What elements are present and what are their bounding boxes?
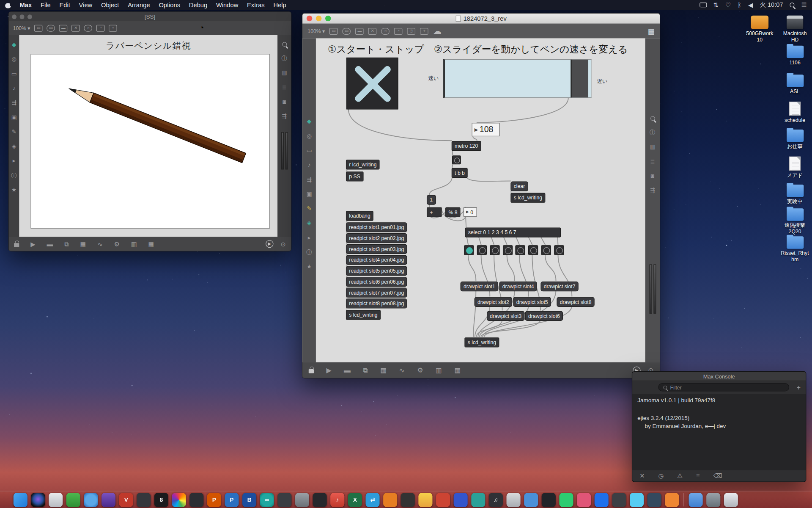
- desktop-icon-schedule[interactable]: schedule: [780, 102, 810, 123]
- dock-app-dark-6[interactable]: [542, 493, 556, 507]
- display-status-icon[interactable]: [700, 3, 707, 7]
- menu-app[interactable]: Max: [20, 1, 32, 8]
- comment-icon[interactable]: ▬: [344, 367, 351, 373]
- menu-options[interactable]: Options: [159, 1, 180, 8]
- dock-app-v-red[interactable]: V: [119, 493, 133, 507]
- metro-object[interactable]: metro 120: [452, 141, 481, 151]
- readpict-slot4[interactable]: readpict slot4 pen04.jpg: [346, 255, 407, 265]
- columns2-icon[interactable]: ▥: [436, 367, 442, 373]
- dock-app-green[interactable]: [66, 493, 80, 507]
- new-comment-icon[interactable]: ▬: [355, 28, 364, 35]
- list-icon[interactable]: ≣: [650, 159, 655, 164]
- lock-icon[interactable]: [14, 243, 19, 247]
- new-more-icon[interactable]: +: [420, 28, 429, 35]
- dock-app-gray[interactable]: [295, 493, 309, 507]
- warning-icon[interactable]: ⚠: [677, 473, 683, 479]
- dock-app-silver[interactable]: [507, 493, 521, 507]
- menu-debug[interactable]: Debug: [189, 1, 207, 8]
- gem-icon[interactable]: ◈: [12, 144, 16, 149]
- comment-icon[interactable]: ▬: [47, 241, 53, 247]
- send-lcd-object-c[interactable]: s lcd_writing: [464, 337, 499, 347]
- desktop-icon-enkaku[interactable]: 遠隔授業2Q20: [780, 208, 810, 234]
- filter-icon[interactable]: ⇶: [650, 188, 655, 193]
- lcd-display[interactable]: [30, 54, 270, 229]
- modulo-object[interactable]: % 8: [445, 207, 461, 217]
- dock-app-p-blue[interactable]: P: [225, 493, 239, 507]
- volume-icon[interactable]: ◀: [748, 1, 753, 8]
- dock-app-green-2[interactable]: [559, 493, 573, 507]
- drawpict-slot4[interactable]: drawpict slot4: [499, 282, 537, 291]
- run-icon[interactable]: ▶: [266, 240, 273, 248]
- notification-center-icon[interactable]: ☰: [801, 1, 807, 8]
- columns-icon[interactable]: ▥: [282, 70, 287, 75]
- dock-app-arrows-blue[interactable]: ⇄: [365, 493, 379, 507]
- bluetooth-icon[interactable]: ᛒ: [738, 1, 741, 8]
- slot-bang-8[interactable]: [554, 245, 564, 255]
- number-box-counter[interactable]: ▶0: [464, 207, 477, 217]
- desktop-icon-oshigoto[interactable]: お仕事: [780, 130, 810, 149]
- layers-icon[interactable]: ⧉: [64, 241, 69, 247]
- dock-app-pink[interactable]: [577, 493, 591, 507]
- dock-app-teal-ring[interactable]: ∞: [260, 493, 274, 507]
- drawpict-slot7[interactable]: drawpict slot7: [540, 282, 579, 291]
- readpict-slot5[interactable]: readpict slot5 pen05.jpg: [346, 266, 407, 276]
- desktop-icon-jikkenchu[interactable]: 実験中: [780, 185, 810, 204]
- slot-bang-7[interactable]: [541, 245, 551, 255]
- star-tool-icon[interactable]: ★: [307, 264, 312, 269]
- image-tool-icon[interactable]: ▣: [11, 115, 17, 120]
- search-icon[interactable]: [282, 42, 287, 47]
- new-button-icon[interactable]: ○: [381, 28, 390, 35]
- grid-toggle-icon[interactable]: ▦: [648, 28, 655, 35]
- dock-app-dark-3[interactable]: [313, 493, 327, 507]
- menu-file[interactable]: File: [41, 1, 51, 8]
- wrench-icon[interactable]: ⚙: [417, 367, 423, 373]
- updown-arrows-icon[interactable]: ⇅: [713, 1, 719, 8]
- dock-app-red-2[interactable]: [436, 493, 450, 507]
- dock-app-teal-2[interactable]: [471, 493, 485, 507]
- keyboard-icon[interactable]: ▦: [148, 241, 154, 247]
- circle-tool-icon[interactable]: ◎: [11, 56, 16, 62]
- pencil-tool-icon[interactable]: ✎: [11, 129, 16, 135]
- dock-app-dark-4[interactable]: [401, 493, 415, 507]
- dock-app-lightblue[interactable]: [630, 493, 644, 507]
- lock-icon[interactable]: [309, 369, 314, 373]
- dock-app-dark-cube[interactable]: [189, 493, 203, 507]
- wrench-icon[interactable]: ⚙: [114, 241, 120, 247]
- dock-app-blue-2[interactable]: [454, 493, 468, 507]
- dock-app-blue-4[interactable]: [595, 493, 609, 507]
- cable-icon[interactable]: ∿: [399, 367, 405, 373]
- new-dial-icon[interactable]: ◔: [394, 28, 403, 35]
- clear-console-icon[interactable]: ✕: [639, 473, 645, 479]
- subpatcher-ss-object[interactable]: p SS: [346, 171, 363, 181]
- slot-bang-4[interactable]: [503, 245, 513, 255]
- columns-icon[interactable]: ▥: [650, 144, 655, 149]
- dock-stack-documents[interactable]: [706, 493, 720, 507]
- send-lcd-object-a[interactable]: s lcd_writing: [510, 193, 545, 203]
- camera-icon[interactable]: ◙: [651, 173, 654, 179]
- plus-object[interactable]: +: [427, 207, 442, 217]
- play-tool-icon[interactable]: ▸: [13, 158, 16, 163]
- info-tool-icon[interactable]: ⓘ: [11, 173, 16, 178]
- erase-icon[interactable]: ⌫: [713, 473, 722, 479]
- audio-cube-icon[interactable]: ◆: [12, 42, 16, 47]
- filter-input[interactable]: [670, 384, 785, 390]
- lines-icon[interactable]: ≡: [696, 473, 700, 479]
- new-object-icon[interactable]: ▭: [329, 28, 338, 35]
- desktop-icon-500gbwork[interactable]: 500GBwork 10: [745, 16, 775, 43]
- new-button-icon[interactable]: ○: [84, 25, 93, 31]
- layers-icon[interactable]: ⧉: [363, 367, 368, 373]
- loadbang-object[interactable]: loadbang: [346, 211, 373, 221]
- apple-menu-icon[interactable]: [5, 2, 11, 8]
- music-note-icon[interactable]: ♪: [308, 162, 311, 168]
- dock-app-yellow[interactable]: [418, 493, 432, 507]
- filters-icon[interactable]: ⇶: [307, 177, 311, 182]
- circle-tool-icon[interactable]: ◎: [307, 133, 312, 139]
- slot-bang-5[interactable]: [515, 245, 525, 255]
- image-tool-icon[interactable]: ▣: [307, 191, 312, 197]
- grid-icon[interactable]: ▦: [380, 367, 387, 373]
- slider-knob[interactable]: [571, 60, 588, 97]
- dock-siri[interactable]: [31, 493, 45, 507]
- star-tool-icon[interactable]: ★: [11, 187, 16, 193]
- pointer-icon[interactable]: ▶: [326, 367, 331, 373]
- menu-help[interactable]: Help: [274, 1, 286, 8]
